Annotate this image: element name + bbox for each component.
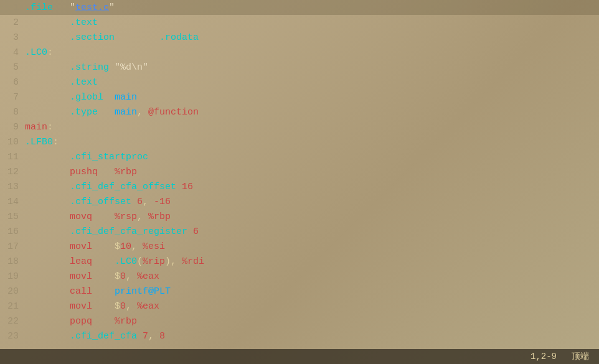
table-row: 18 leaq .LC0(%rip), %rdi <box>0 254 599 269</box>
table-row: 17 movl $10, %esi <box>0 239 599 254</box>
line-number: 3 <box>2 32 25 43</box>
line-content: movl $0, %eax <box>25 301 597 312</box>
table-row: 22 popq %rbp <box>0 314 599 329</box>
line-number: 18 <box>2 256 25 267</box>
line-number: 22 <box>2 316 25 327</box>
line-number: 23 <box>2 331 25 342</box>
line-content: .section .rodata <box>25 32 597 43</box>
table-row: 2 .text <box>0 15 599 30</box>
table-row: 15 movq %rsp, %rbp <box>0 209 599 224</box>
line-number: 7 <box>2 92 25 103</box>
line-content: .text <box>25 77 597 88</box>
table-row: 19 movl $0, %eax <box>0 269 599 284</box>
line-content: .string "%d\n" <box>25 62 597 73</box>
line-content: movl $10, %esi <box>25 241 597 252</box>
table-row: 12 pushq %rbp <box>0 164 599 179</box>
line-content: .cfi_startproc <box>25 152 597 162</box>
cursor-position: 1,2-9 <box>531 352 557 362</box>
line-number: 5 <box>2 62 25 73</box>
line-number: 12 <box>2 167 25 177</box>
line-number: 11 <box>2 152 25 162</box>
table-row: 21 movl $0, %eax <box>0 299 599 314</box>
line-content: main: <box>25 122 597 133</box>
line-content: .cfi_def_cfa 7, 8 <box>25 331 597 342</box>
table-row: 7 .globl main <box>0 90 599 105</box>
line-number: 2 <box>2 17 25 28</box>
table-row: 14 .cfi_offset 6, -16 <box>0 194 599 209</box>
line-content: .globl main <box>25 92 597 103</box>
editor: 1 .file "test.c" 2 .text 3 .section .rod… <box>0 0 599 364</box>
line-number: 14 <box>2 197 25 207</box>
table-row: 9 main: <box>0 119 599 134</box>
scroll-position: 顶端 <box>572 351 589 362</box>
table-row: 6 .text <box>0 75 599 90</box>
line-content: movl $0, %eax <box>25 271 597 282</box>
line-content: movq %rsp, %rbp <box>25 212 597 222</box>
line-number: 4 <box>2 47 25 58</box>
line-content: .cfi_offset 6, -16 <box>25 197 597 207</box>
line-content: .cfi_def_cfa_offset 16 <box>25 182 597 192</box>
line-content: popq %rbp <box>25 316 597 327</box>
table-row: 13 .cfi_def_cfa_offset 16 <box>0 179 599 194</box>
line-number: 20 <box>2 286 25 297</box>
table-row: 23 .cfi_def_cfa 7, 8 <box>0 329 599 343</box>
table-row: 1 .file "test.c" <box>0 0 599 15</box>
code-area: 1 .file "test.c" 2 .text 3 .section .rod… <box>0 0 599 349</box>
line-number: 13 <box>2 182 25 192</box>
line-number: 19 <box>2 271 25 282</box>
line-content: call printf@PLT <box>25 286 597 297</box>
line-content: .type main, @function <box>25 107 597 118</box>
line-number: 8 <box>2 107 25 118</box>
line-number: 1 <box>2 2 25 13</box>
line-content: .file "test.c" <box>25 2 597 13</box>
table-row: 16 .cfi_def_cfa_register 6 <box>0 224 599 239</box>
file-link[interactable]: test.c <box>75 2 109 13</box>
line-content: .LC0: <box>25 47 597 58</box>
line-number: 9 <box>2 122 25 133</box>
status-bar: 1,2-9 顶端 <box>0 349 599 364</box>
table-row: 4 .LC0: <box>0 45 599 60</box>
line-content: .cfi_def_cfa_register 6 <box>25 226 597 237</box>
table-row: 5 .string "%d\n" <box>0 60 599 75</box>
line-number: 6 <box>2 77 25 88</box>
line-number: 16 <box>2 226 25 237</box>
line-number: 17 <box>2 241 25 252</box>
line-content: leaq .LC0(%rip), %rdi <box>25 256 597 267</box>
table-row: 10 .LFB0: <box>0 134 599 149</box>
table-row: 20 call printf@PLT <box>0 284 599 299</box>
line-number: 10 <box>2 137 25 147</box>
line-content: .text <box>25 17 597 28</box>
table-row: 8 .type main, @function <box>0 105 599 119</box>
line-number: 15 <box>2 212 25 222</box>
line-content: .LFB0: <box>25 137 597 147</box>
table-row: 3 .section .rodata <box>0 30 599 45</box>
line-content: pushq %rbp <box>25 167 597 177</box>
table-row: 11 .cfi_startproc <box>0 149 599 164</box>
line-number: 21 <box>2 301 25 312</box>
